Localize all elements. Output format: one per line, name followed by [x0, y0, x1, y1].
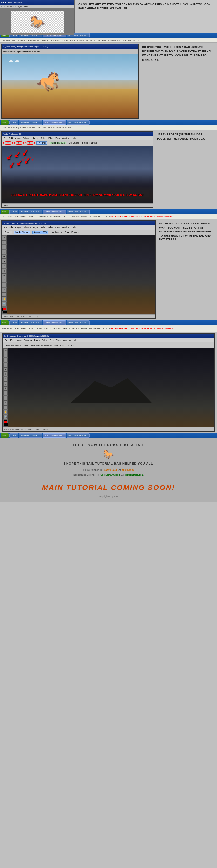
menu-layer-5[interactable]: Layer: [34, 339, 40, 341]
menu-file-4[interactable]: File: [4, 226, 7, 228]
menu-image-4[interactable]: Image: [15, 226, 21, 228]
horse-running-icon: 🐎: [36, 70, 60, 93]
ps-title-1: ■ ■ ■ Adobe Photoshop: [1, 2, 22, 4]
menu-filter-4[interactable]: Filter: [49, 226, 53, 228]
taskbar-editor-2[interactable]: Editor - Photoshop E...: [43, 120, 66, 125]
menu-image-1[interactable]: Image: [10, 5, 16, 8]
tool-heal-5[interactable]: ✚: [3, 372, 8, 376]
tool-text-5[interactable]: T: [3, 401, 8, 405]
menu-file-3[interactable]: File: [4, 137, 7, 140]
menu-file-1[interactable]: File: [1, 5, 5, 8]
menu-window-5[interactable]: Window: [63, 339, 71, 341]
tool-erase-5[interactable]: ◻: [3, 381, 8, 386]
taskbar-dream-2[interactable]: dreamMRT r where d...: [19, 120, 42, 125]
menu-edit-5[interactable]: Edit: [10, 339, 14, 341]
taskbar-editor-5[interactable]: Editor - Photoshop E...: [43, 433, 66, 438]
tool-blur[interactable]: ◌: [2, 278, 6, 283]
tool-move-5[interactable]: ✥: [3, 348, 8, 353]
taskbar-trend-2[interactable]: Trend Micro PColin E...: [66, 120, 90, 125]
ps-menubar-1: File Edit Image Layer Select: [0, 5, 74, 8]
taskbar-itunes-2[interactable]: iTunes: [9, 120, 19, 125]
menu-layer-3[interactable]: Layer: [33, 137, 39, 140]
menu-layer-1[interactable]: Layer: [17, 5, 22, 8]
menu-enhance-3[interactable]: Enhance: [23, 137, 31, 140]
taskbar-itunes-4[interactable]: iTunes: [9, 320, 19, 325]
menu-image-3[interactable]: Image: [15, 137, 21, 140]
start-button-5[interactable]: start: [1, 433, 9, 438]
section2-text: SO ONCE YOU HAVE CHOSEN A BACKGROUND PIC…: [140, 43, 217, 120]
tool-text[interactable]: T: [2, 288, 6, 292]
menu-filter-5[interactable]: Filter: [50, 339, 55, 341]
menu-select-1[interactable]: Select: [23, 5, 28, 8]
menu-view-5[interactable]: View: [56, 339, 61, 341]
tool-heal[interactable]: ✚: [2, 259, 6, 264]
menu-edit-3[interactable]: Edit: [9, 137, 13, 140]
menu-view-3[interactable]: View: [55, 137, 60, 140]
tool-shape-5[interactable]: ◇: [3, 405, 8, 410]
tool-shape[interactable]: ◇: [2, 292, 6, 297]
taskbar-dream-5[interactable]: dreamMRT r where d...: [19, 433, 42, 438]
menu-filter-3[interactable]: Filter: [49, 137, 53, 140]
menu-file-5[interactable]: File: [5, 339, 8, 341]
menu-help-4[interactable]: Help: [71, 226, 76, 228]
menu-select-5[interactable]: Select: [42, 339, 48, 341]
ps-options-bar-3: ◯ ◯ ◯ [ Normal Strength: 99% All Layers …: [2, 140, 153, 146]
ps-left-tools-5: ✥ ⬚ ⌒ ⊡ 👁 ✚ ✏ ◻ ▦ ◌ ✒ T ◇ ✋ 🔍: [3, 348, 8, 427]
start-button-3[interactable]: start: [1, 210, 9, 214]
menu-window-3[interactable]: Window: [62, 137, 69, 140]
taskbar-trend-3[interactable]: Trend Micro PColin E...: [66, 210, 90, 214]
tool-hand[interactable]: ✋: [2, 297, 6, 301]
tool-select[interactable]: ⬚: [2, 240, 6, 245]
tool-zoom[interactable]: 🔍: [2, 302, 6, 306]
brush-size-indicator: ◯: [3, 141, 13, 145]
menu-image-5[interactable]: Image: [16, 339, 22, 341]
tool-lasso-5[interactable]: ⌒: [3, 358, 8, 362]
tool-brush[interactable]: ✏: [2, 264, 6, 268]
tool-move[interactable]: ✥: [2, 236, 6, 240]
menu-help-3[interactable]: Help: [71, 137, 76, 140]
menu-view-4[interactable]: View: [55, 226, 60, 228]
taskbar-itunes-3[interactable]: iTunes: [9, 210, 19, 214]
ps-title-4: By_Colourstar_Stock.png @ 600% (Layer 1,…: [3, 222, 48, 224]
tool-eye-5[interactable]: 👁: [3, 368, 8, 372]
start-button-4[interactable]: start: [1, 320, 9, 325]
tool-zoom-5[interactable]: 🔍: [3, 415, 8, 419]
cloud-decoration: ☁ ☁: [8, 57, 20, 63]
tool-lasso[interactable]: ⌒: [2, 245, 6, 249]
menu-edit-4[interactable]: Edit: [9, 226, 13, 228]
menu-enhance-5[interactable]: Enhance: [24, 339, 33, 341]
bg-color-5[interactable]: [4, 423, 8, 427]
tool-erase[interactable]: ◻: [2, 269, 6, 273]
taskbar-trend-5[interactable]: Trend Micro PColin E...: [66, 433, 90, 438]
menu-edit-1[interactable]: Edit: [6, 5, 9, 8]
taskbar-editor-4[interactable]: Editor - Photoshop E...: [43, 320, 66, 325]
taskbar-dream-4[interactable]: dreamMRT r where d...: [19, 320, 42, 325]
taskbar-trend-4[interactable]: Trend Micro PColin E...: [66, 320, 90, 325]
tutorial-bar-3: SEE HOW IT'S LOOKING GOOD. THAT'S WHAT Y…: [0, 214, 217, 219]
tool-brush-5[interactable]: ✏: [3, 377, 8, 381]
taskbar-editor-3[interactable]: Editor - Photoshop E...: [43, 210, 66, 214]
menu-help-5[interactable]: Help: [72, 339, 77, 341]
menu-window-4[interactable]: Window: [62, 226, 69, 228]
background-color[interactable]: [3, 310, 7, 314]
tool-gradient-5[interactable]: ▦: [3, 386, 8, 391]
sky-bg: [2, 54, 138, 80]
section4-container: start iTunes dreamMRT r where d... Edito…: [0, 209, 217, 320]
taskbar-itunes-5[interactable]: iTunes: [9, 433, 19, 438]
tool-blur-5[interactable]: ◌: [3, 391, 8, 396]
tool-gradient[interactable]: ▦: [2, 273, 6, 278]
tool-eye[interactable]: 👁: [2, 255, 6, 259]
start-button-2[interactable]: start: [1, 120, 9, 125]
tool-select-5[interactable]: ⬚: [3, 353, 8, 358]
tool-pen[interactable]: ✒: [2, 283, 6, 287]
menu-layer-4[interactable]: Layer: [33, 226, 39, 228]
tool-pen-5[interactable]: ✒: [3, 396, 8, 400]
menu-select-3[interactable]: Select: [40, 137, 46, 140]
tool-crop[interactable]: ⊡: [2, 250, 6, 254]
tool-hand-5[interactable]: ✋: [3, 410, 8, 414]
taskbar-dream-3[interactable]: dreamMRT r where d...: [19, 210, 42, 214]
menu-select-4[interactable]: Select: [40, 226, 46, 228]
tool-crop-5[interactable]: ⊡: [3, 363, 8, 367]
menu-enhance-4[interactable]: Enhance: [23, 226, 31, 228]
main-tutorial-coming: MAIN TUTORIAL COMING SOON!: [5, 484, 212, 492]
